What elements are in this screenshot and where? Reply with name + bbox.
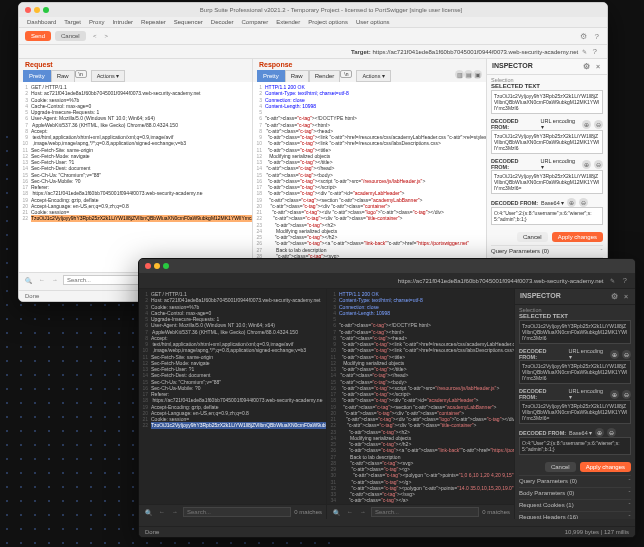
newline-toggle[interactable]: \n [75,70,87,78]
search-next-icon[interactable]: → [170,509,180,515]
step-up-icon[interactable]: ⊕ [595,428,604,437]
newline-toggle[interactable]: \n [340,70,352,78]
tab-extender[interactable]: Extender [276,19,300,25]
forward-icon[interactable]: > [101,33,111,39]
step-up-icon[interactable]: ⊕ [610,350,619,359]
minimize-icon[interactable] [154,263,160,269]
response-editor[interactable]: 1HTTP/1.1 200 OK2Content-Type: text/html… [327,289,514,504]
search-input[interactable] [183,507,291,517]
step-down-icon[interactable]: ⊖ [622,350,631,359]
request-editor[interactable]: 1GET / HTTP/1.12Host: ac721f041ede8a1f60… [139,289,326,504]
encoding-select[interactable]: URL encoding ▾ [569,348,608,360]
search-prev-icon[interactable]: ← [345,509,355,515]
tab-comparer[interactable]: Comparer [241,19,268,25]
gear-icon[interactable]: ⚙ [609,292,620,301]
help-icon[interactable]: ? [593,32,601,41]
apply-changes-button[interactable]: Apply changes [552,232,603,242]
step-down-icon[interactable]: ⊖ [622,390,631,399]
send-button[interactable]: Send [25,31,51,41]
actions-dropdown[interactable]: Actions ▾ [91,70,126,82]
window-controls[interactable] [19,4,55,16]
step-down-icon[interactable]: ⊖ [607,428,616,437]
decoded-from-label: DECODED FROM: [491,200,538,206]
tab-intruder[interactable]: Intruder [112,19,133,25]
row-body-parameters[interactable]: Body Parameters (0)˅ [519,487,631,499]
request-editor[interactable]: 1GET / HTTP/1.12Host: ac721f041ede8a1f60… [19,82,252,272]
tab-user-options[interactable]: User options [356,19,390,25]
step-down-icon[interactable]: ⊖ [594,160,603,169]
encoding-select[interactable]: URL encoding ▾ [569,388,608,400]
close-icon[interactable]: × [594,63,602,70]
apply-changes-button[interactable]: Apply changes [580,462,631,472]
search-next-icon[interactable]: → [358,509,368,515]
layout-toggle-icon[interactable]: ▣ [473,70,482,79]
status-bytes: 10,999 bytes | 127 millis [565,529,629,535]
tab-sequencer[interactable]: Sequencer [174,19,203,25]
step-up-icon[interactable]: ⊕ [582,160,591,169]
zoom-icon[interactable] [163,263,169,269]
gear-icon[interactable]: ⚙ [581,62,592,71]
close-icon[interactable]: × [622,293,630,300]
status-done: Done [25,293,39,299]
layout-toggle-icon[interactable]: ▥ [455,70,464,79]
decoded-final[interactable]: O:4:"User":2:{s:8:"username";s:6:"wiener… [519,437,631,455]
close-icon[interactable] [25,7,31,13]
step-up-icon[interactable]: ⊕ [582,120,591,129]
response-search: 🔍 ← → 0 matches [327,504,514,519]
cancel-button[interactable]: Cancel [55,31,86,41]
help-icon[interactable]: ? [621,276,629,285]
gear-icon[interactable]: ⚙ [578,32,589,41]
tab-render[interactable]: Render [309,70,341,82]
status-bar: Done 10,999 bytes | 127 millis [139,526,635,537]
step-down-icon[interactable]: ⊖ [594,120,603,129]
tab-repeater[interactable]: Repeater [141,19,166,25]
row-query-parameters[interactable]: Query Parameters (0)˅ [491,245,603,257]
back-icon[interactable]: < [90,33,100,39]
search-icon[interactable]: 🔍 [331,509,342,516]
step-up-icon[interactable]: ⊕ [567,198,576,207]
step-up-icon[interactable]: ⊕ [610,390,619,399]
selected-text-value[interactable]: TzoOiJ1c2VyIjoyy9hY3Rpb25zX2k1LiYW1ll8jZ… [519,320,631,344]
tab-pretty[interactable]: Pretty [23,70,51,82]
inspector-cancel-button[interactable]: Cancel [517,232,548,242]
decoded-box[interactable]: TzoOiJ1c2VyIjoyy9hY3Rpb25zX2k1LiYW1ll8jZ… [491,130,603,154]
inspector-cancel-button[interactable]: Cancel [545,462,576,472]
minimize-icon[interactable] [34,7,40,13]
selected-text-value[interactable]: TzoOiJ1c2VyIjoyy9hY3Rpb25zX2k1LiYW1ll8jZ… [491,90,603,114]
row-query-parameters[interactable]: Query Parameters (0)˅ [519,475,631,487]
decoded-box[interactable]: TzoOiJ1c2VyIjoyy9hY3Rpb25zX2k1LiYW1ll8jZ… [519,400,631,424]
actions-dropdown[interactable]: Actions ▾ [356,70,391,82]
tab-raw[interactable]: Raw [285,70,309,82]
help-icon[interactable]: ? [591,47,599,56]
row-request-cookies[interactable]: Request Cookies (1)˅ [519,499,631,511]
search-icon[interactable]: 🔍 [143,509,154,516]
tab-project-options[interactable]: Project options [308,19,348,25]
zoom-icon[interactable] [43,7,49,13]
layout-toggle-icon[interactable]: ▤ [464,70,473,79]
search-next-icon[interactable]: → [50,277,60,283]
search-input[interactable] [371,507,479,517]
search-icon[interactable]: 🔍 [23,277,34,284]
decoded-box[interactable]: TzoOiJ1c2VyIjoyy9hY3Rpb25zX2k1LiYW1ll8jZ… [519,360,631,384]
edit-target-icon[interactable]: ✎ [580,49,589,55]
response-editor[interactable]: 1HTTP/1.1 200 OK2Content-Type: text/html… [253,82,486,272]
tab-target[interactable]: Target [64,19,81,25]
row-request-headers[interactable]: Request Headers (16)˅ [519,511,631,519]
tab-dashboard[interactable]: Dashboard [27,19,56,25]
tab-pretty[interactable]: Pretty [257,70,285,82]
encoding-select[interactable]: URL encoding ▾ [541,118,580,130]
tab-raw[interactable]: Raw [51,70,75,82]
encoding-select[interactable]: URL encoding ▾ [541,158,580,170]
decoded-final[interactable]: O:4:"User":2:{s:8:"username";s:6:"wiener… [491,207,603,225]
search-prev-icon[interactable]: ← [157,509,167,515]
encoding-select[interactable]: Base64 ▾ [569,430,592,436]
encoding-select[interactable]: Base64 ▾ [541,200,564,206]
search-prev-icon[interactable]: ← [37,277,47,283]
tab-decoder[interactable]: Decoder [211,19,234,25]
edit-target-icon[interactable]: ✎ [608,277,617,284]
window-controls[interactable] [139,260,175,272]
tab-proxy[interactable]: Proxy [89,19,104,25]
step-down-icon[interactable]: ⊖ [579,198,588,207]
close-icon[interactable] [145,263,151,269]
decoded-box[interactable]: TzoOiJ1c2VyIjoyy9hY3Rpb25zX2k1LiYW1ll8jZ… [491,170,603,194]
